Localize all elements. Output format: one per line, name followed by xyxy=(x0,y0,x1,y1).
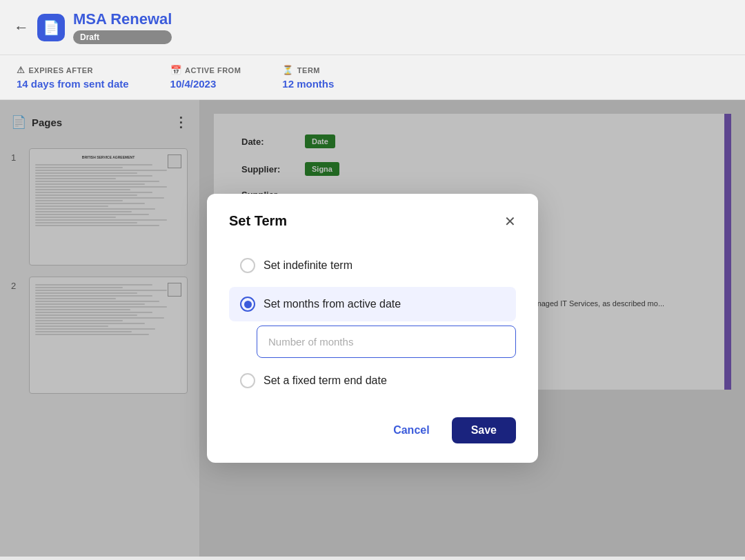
months-from-date-label: Set months from active date xyxy=(264,298,401,310)
expires-after-meta: ⚠ EXPIRES AFTER 14 days from sent date xyxy=(17,65,129,90)
page-title: MSA Renewal xyxy=(73,10,172,28)
back-button[interactable]: ← xyxy=(14,19,29,37)
app-header: ← 📄 MSA Renewal Draft xyxy=(0,0,745,55)
number-of-months-input[interactable] xyxy=(257,326,516,358)
fixed-term-option[interactable]: Set a fixed term end date xyxy=(229,363,516,398)
indefinite-term-radio[interactable] xyxy=(240,258,255,273)
status-badge: Draft xyxy=(73,30,172,44)
warning-icon: ⚠ xyxy=(17,65,26,75)
fixed-term-label: Set a fixed term end date xyxy=(264,374,387,387)
main-content: 📄 Pages ⋮ 1 BRITISH SERVICE AGREEMENT xyxy=(0,100,745,557)
meta-bar: ⚠ EXPIRES AFTER 14 days from sent date 📅… xyxy=(0,55,745,100)
modal-header: Set Term ✕ xyxy=(229,213,516,229)
number-of-months-wrapper xyxy=(257,326,516,358)
months-from-date-radio[interactable] xyxy=(240,297,255,312)
months-from-date-option[interactable]: Set months from active date xyxy=(229,287,516,321)
active-from-label: 📅 ACTIVE FROM xyxy=(170,65,241,75)
term-label: ⏳ TERM xyxy=(282,65,334,75)
term-value: 12 months xyxy=(282,78,334,90)
timer-icon: ⏳ xyxy=(282,65,294,75)
indefinite-term-option[interactable]: Set indefinite term xyxy=(229,248,516,283)
save-button[interactable]: Save xyxy=(452,417,516,443)
expires-label: ⚠ EXPIRES AFTER xyxy=(17,65,129,75)
expires-value: 14 days from sent date xyxy=(17,78,129,90)
cancel-button[interactable]: Cancel xyxy=(381,417,441,443)
active-from-value: 10/4/2023 xyxy=(170,78,241,90)
modal-close-button[interactable]: ✕ xyxy=(504,214,516,228)
doc-icon: 📄 xyxy=(37,14,65,41)
term-meta: ⏳ TERM 12 months xyxy=(282,65,334,90)
modal-overlay: Set Term ✕ Set indefinite term Set month… xyxy=(0,100,745,557)
calendar-icon: 📅 xyxy=(170,65,182,75)
indefinite-term-label: Set indefinite term xyxy=(264,259,352,272)
set-term-modal: Set Term ✕ Set indefinite term Set month… xyxy=(207,194,538,463)
fixed-term-radio[interactable] xyxy=(240,373,255,388)
modal-title: Set Term xyxy=(229,213,287,229)
header-title-area: MSA Renewal Draft xyxy=(73,10,172,44)
modal-footer: Cancel Save xyxy=(229,417,516,443)
active-from-meta: 📅 ACTIVE FROM 10/4/2023 xyxy=(170,65,241,90)
